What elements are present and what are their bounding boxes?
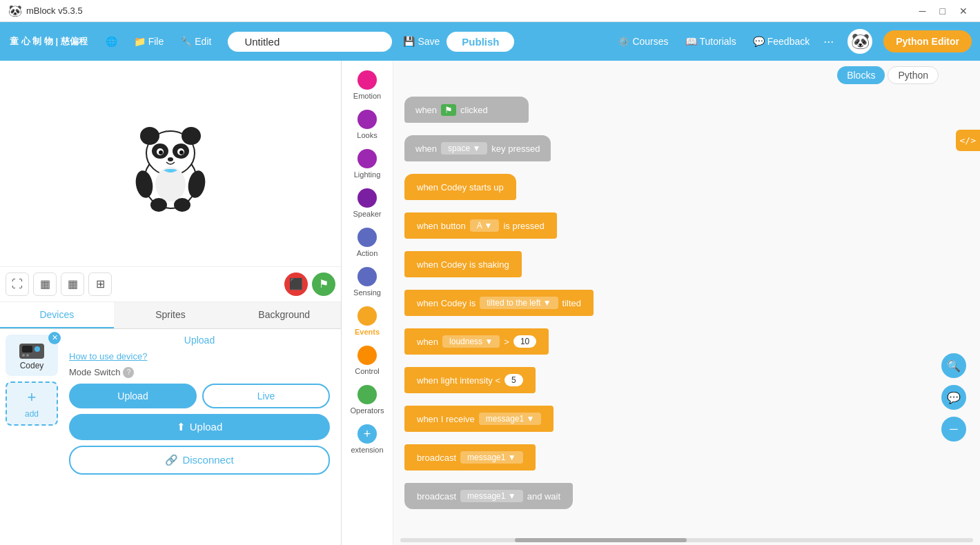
category-looks[interactable]: Looks <box>343 106 391 143</box>
block-when-button[interactable]: when button A ▼ is pressed <box>404 212 969 244</box>
close-button[interactable]: ✕ <box>955 4 972 18</box>
globe-icon-button[interactable]: 🌐 <box>100 33 123 50</box>
upload-main-button[interactable]: ⬆ Upload <box>69 414 330 440</box>
category-extension[interactable]: + extension <box>343 420 391 458</box>
horizontal-scrollbar[interactable] <box>400 538 973 542</box>
block-when-receive[interactable]: when I receive message1 ▼ <box>404 406 969 437</box>
stage-area <box>0 61 341 267</box>
devices-row: ✕ Codey + add <box>6 335 335 475</box>
speaker-dot <box>357 188 377 208</box>
courses-button[interactable]: ⚙️ Courses <box>612 33 674 50</box>
fullscreen-button[interactable]: ⛶ <box>6 272 29 296</box>
live-mode-button[interactable]: Live <box>202 384 330 408</box>
events-dot <box>357 306 377 326</box>
add-label: add <box>25 409 39 419</box>
device-controls: Upload How to use device? Mode Switch ? … <box>63 335 335 475</box>
block-when-shaking[interactable]: when Codey is shaking <box>404 251 969 283</box>
tutorials-button[interactable]: 📖 Tutorials <box>680 33 742 50</box>
category-sensing[interactable]: Sensing <box>343 263 391 301</box>
stop-button[interactable]: ⬛ <box>284 272 308 296</box>
scrollbar-thumb[interactable] <box>515 538 687 542</box>
category-emotion[interactable]: Emotion <box>343 66 391 104</box>
codey-device-card[interactable]: ✕ Codey <box>6 335 58 376</box>
app-logo: 童 心 制 物 | 慈偏程 <box>8 35 89 48</box>
tab-devices[interactable]: Devices <box>0 302 114 328</box>
project-name-input[interactable] <box>228 32 392 52</box>
device-close-button[interactable]: ✕ <box>48 332 61 344</box>
stage-controls: ⛶ ▦ ▦ ⊞ ⬛ ⚑ <box>0 267 341 302</box>
grid-stage-button[interactable]: ⊞ <box>88 272 112 296</box>
block-broadcast-wait[interactable]: broadcast message1 ▼ and wait <box>404 483 969 515</box>
maximize-button[interactable]: □ <box>936 4 950 18</box>
key-dropdown[interactable]: space ▼ <box>441 142 487 155</box>
feedback-icon: 💬 <box>753 36 765 47</box>
category-speaker[interactable]: Speaker <box>343 184 391 222</box>
sensing-dot <box>357 267 377 286</box>
minus-icon: ─ <box>950 423 957 435</box>
block-when-flag-clicked[interactable]: when ⚑ clicked <box>404 97 969 128</box>
save-button[interactable]: 💾 💾 Save Save <box>403 36 440 47</box>
category-action[interactable]: Action <box>343 224 391 261</box>
events-label: Events <box>355 328 380 336</box>
block-when-light[interactable]: when light intensity < 5 <box>404 367 969 399</box>
block-when-tilted[interactable]: when Codey is tilted to the left ▼ tilte… <box>404 290 969 321</box>
block-when-loudness[interactable]: when loudness ▼ > 10 <box>404 328 969 360</box>
code-toggle-button[interactable]: </> <box>956 130 980 151</box>
loudness-value[interactable]: 10 <box>513 335 536 348</box>
svg-point-8 <box>159 150 163 155</box>
avatar[interactable]: 🐼 <box>847 29 872 54</box>
tilt-dropdown[interactable]: tilted to the left ▼ <box>480 297 558 309</box>
play-button[interactable]: ⚑ <box>312 272 335 296</box>
blocks-tab-button[interactable]: Blocks <box>837 66 885 84</box>
save-icon: 💾 <box>403 36 415 47</box>
upload-mode-button[interactable]: Upload <box>69 384 197 408</box>
light-value[interactable]: 5 <box>504 374 523 386</box>
categories-panel: Emotion Looks Lighting Speaker Action Se… <box>342 61 393 545</box>
loudness-dropdown[interactable]: loudness ▼ <box>442 335 500 348</box>
publish-button[interactable]: Publish <box>445 30 516 53</box>
category-lighting[interactable]: Lighting <box>343 145 391 183</box>
small-stage-button[interactable]: ▦ <box>33 272 57 296</box>
minimize-button[interactable]: ─ <box>915 4 930 18</box>
emotion-dot <box>357 70 377 90</box>
category-control[interactable]: Control <box>343 341 391 379</box>
right-float-buttons: 🔍 💬 ─ <box>941 353 966 442</box>
blocks-list: when ⚑ clicked when space ▼ key pressed … <box>404 97 969 515</box>
mode-switch-info-icon[interactable]: ? <box>123 367 134 378</box>
block-when-codey-starts[interactable]: when Codey starts up <box>404 174 969 206</box>
chat-button[interactable]: 💬 <box>941 385 966 410</box>
add-device-button[interactable]: + add <box>6 382 58 426</box>
edit-menu[interactable]: 🔧 Edit <box>175 33 217 50</box>
search-button[interactable]: 🔍 <box>941 353 966 378</box>
block-broadcast[interactable]: broadcast message1 ▼ <box>404 444 969 476</box>
svg-point-23 <box>26 354 29 357</box>
svg-point-21 <box>35 346 40 352</box>
tab-background[interactable]: Background <box>227 302 341 328</box>
app-icon: 🐼 <box>8 4 22 17</box>
control-label: Control <box>355 367 379 375</box>
more-button[interactable]: ··· <box>821 34 836 49</box>
blocks-panel-header: Blocks Python <box>837 66 939 84</box>
python-editor-button[interactable]: Python Editor <box>883 30 972 52</box>
category-events[interactable]: Events <box>343 302 391 340</box>
button-dropdown[interactable]: A ▼ <box>470 219 500 232</box>
svg-point-22 <box>22 354 25 357</box>
minus-button[interactable]: ─ <box>941 417 966 442</box>
control-dot <box>357 346 377 365</box>
category-operators[interactable]: Operators <box>343 381 391 419</box>
block-when-key-pressed[interactable]: when space ▼ key pressed <box>404 135 969 167</box>
broadcast-dropdown[interactable]: message1 ▼ <box>460 451 523 464</box>
feedback-button[interactable]: 💬 Feedback <box>747 33 815 50</box>
how-to-use-link[interactable]: How to use device? <box>69 351 330 361</box>
file-menu[interactable]: 📁 File <box>128 33 170 50</box>
svg-rect-20 <box>22 346 32 353</box>
python-tab-button[interactable]: Python <box>888 66 939 84</box>
tab-sprites[interactable]: Sprites <box>114 302 228 328</box>
medium-stage-button[interactable]: ▦ <box>61 272 84 296</box>
disconnect-button[interactable]: 🔗 Disconnect <box>69 446 330 475</box>
extension-plus-icon: + <box>357 424 377 444</box>
looks-dot <box>357 110 377 129</box>
receive-dropdown[interactable]: message1 ▼ <box>479 413 542 425</box>
broadcast-wait-dropdown[interactable]: message1 ▼ <box>460 490 523 502</box>
upload-link[interactable]: Upload <box>69 335 330 346</box>
